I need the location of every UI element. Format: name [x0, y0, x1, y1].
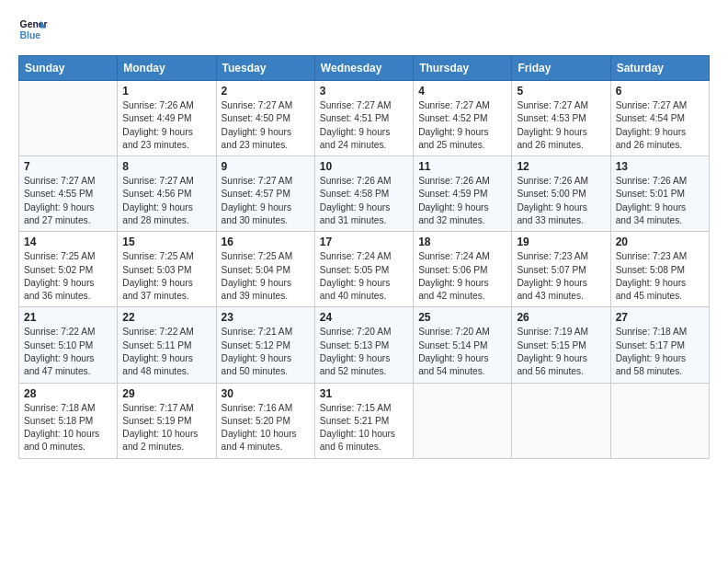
logo: General Blue: [18, 15, 51, 44]
day-info: Sunrise: 7:27 AMSunset: 4:52 PMDaylight:…: [418, 99, 506, 152]
calendar-body: 1Sunrise: 7:26 AMSunset: 4:49 PMDaylight…: [19, 81, 710, 459]
day-number: 11: [418, 160, 506, 173]
day-info: Sunrise: 7:26 AMSunset: 5:00 PMDaylight:…: [517, 175, 605, 227]
day-number: 29: [122, 387, 210, 400]
calendar-cell: 19Sunrise: 7:23 AMSunset: 5:07 PMDayligh…: [512, 232, 610, 307]
day-info: Sunrise: 7:26 AMSunset: 4:49 PMDaylight:…: [122, 99, 210, 152]
week-row-1: 1Sunrise: 7:26 AMSunset: 4:49 PMDaylight…: [19, 81, 710, 156]
calendar-cell: 4Sunrise: 7:27 AMSunset: 4:52 PMDaylight…: [414, 81, 512, 156]
day-number: 7: [24, 160, 112, 173]
day-info: Sunrise: 7:19 AMSunset: 5:15 PMDaylight:…: [517, 326, 605, 378]
week-row-5: 28Sunrise: 7:18 AMSunset: 5:18 PMDayligh…: [19, 383, 710, 458]
day-info: Sunrise: 7:27 AMSunset: 4:55 PMDaylight:…: [24, 175, 112, 227]
calendar-table: SundayMondayTuesdayWednesdayThursdayFrid…: [18, 55, 710, 459]
day-number: 9: [222, 160, 310, 173]
calendar-cell: 12Sunrise: 7:26 AMSunset: 5:00 PMDayligh…: [512, 156, 610, 232]
day-number: 20: [616, 236, 704, 248]
calendar-cell: 6Sunrise: 7:27 AMSunset: 4:54 PMDaylight…: [610, 81, 709, 156]
day-number: 19: [517, 236, 605, 248]
day-info: Sunrise: 7:20 AMSunset: 5:14 PMDaylight:…: [418, 326, 506, 378]
calendar-cell: 17Sunrise: 7:24 AMSunset: 5:05 PMDayligh…: [314, 232, 413, 307]
day-number: 15: [122, 236, 210, 248]
week-row-2: 7Sunrise: 7:27 AMSunset: 4:55 PMDaylight…: [19, 156, 710, 232]
day-number: 13: [616, 160, 704, 173]
day-info: Sunrise: 7:27 AMSunset: 4:53 PMDaylight:…: [517, 99, 605, 152]
day-info: Sunrise: 7:18 AMSunset: 5:18 PMDaylight:…: [24, 402, 112, 454]
weekday-header-monday: Monday: [118, 56, 216, 81]
day-number: 24: [320, 311, 408, 324]
calendar-cell: 15Sunrise: 7:25 AMSunset: 5:03 PMDayligh…: [118, 232, 216, 307]
weekday-header-tuesday: Tuesday: [216, 56, 314, 81]
page-header: General Blue: [18, 15, 710, 44]
svg-text:Blue: Blue: [20, 30, 41, 40]
day-number: 31: [320, 387, 408, 400]
day-number: 23: [222, 311, 310, 324]
logo-icon: General Blue: [18, 15, 48, 44]
calendar-cell: 9Sunrise: 7:27 AMSunset: 4:57 PMDaylight…: [216, 156, 314, 232]
day-info: Sunrise: 7:27 AMSunset: 4:57 PMDaylight:…: [222, 175, 310, 227]
day-number: 3: [320, 85, 408, 98]
calendar-cell: 20Sunrise: 7:23 AMSunset: 5:08 PMDayligh…: [610, 232, 709, 307]
day-number: 22: [122, 311, 210, 324]
calendar-cell: 29Sunrise: 7:17 AMSunset: 5:19 PMDayligh…: [118, 383, 216, 458]
day-info: Sunrise: 7:27 AMSunset: 4:51 PMDaylight:…: [320, 99, 408, 152]
calendar-cell: 31Sunrise: 7:15 AMSunset: 5:21 PMDayligh…: [314, 383, 413, 458]
day-info: Sunrise: 7:26 AMSunset: 4:59 PMDaylight:…: [418, 175, 506, 227]
calendar-cell: 22Sunrise: 7:22 AMSunset: 5:11 PMDayligh…: [118, 307, 216, 383]
day-number: 30: [222, 387, 310, 400]
day-number: 4: [418, 85, 506, 98]
weekday-header-row: SundayMondayTuesdayWednesdayThursdayFrid…: [19, 56, 710, 81]
day-info: Sunrise: 7:25 AMSunset: 5:02 PMDaylight:…: [24, 250, 112, 303]
day-number: 1: [122, 85, 210, 98]
calendar-cell: 27Sunrise: 7:18 AMSunset: 5:17 PMDayligh…: [610, 307, 709, 383]
day-number: 27: [616, 311, 704, 324]
day-info: Sunrise: 7:21 AMSunset: 5:12 PMDaylight:…: [222, 326, 310, 378]
calendar-cell: 13Sunrise: 7:26 AMSunset: 5:01 PMDayligh…: [610, 156, 709, 232]
calendar-cell: 18Sunrise: 7:24 AMSunset: 5:06 PMDayligh…: [414, 232, 512, 307]
day-info: Sunrise: 7:24 AMSunset: 5:06 PMDaylight:…: [418, 250, 506, 303]
calendar-cell: 11Sunrise: 7:26 AMSunset: 4:59 PMDayligh…: [414, 156, 512, 232]
day-info: Sunrise: 7:25 AMSunset: 5:03 PMDaylight:…: [122, 250, 210, 303]
day-number: 21: [24, 311, 112, 324]
day-info: Sunrise: 7:26 AMSunset: 5:01 PMDaylight:…: [616, 175, 704, 227]
calendar-cell: 25Sunrise: 7:20 AMSunset: 5:14 PMDayligh…: [414, 307, 512, 383]
day-info: Sunrise: 7:23 AMSunset: 5:08 PMDaylight:…: [616, 250, 704, 303]
day-info: Sunrise: 7:27 AMSunset: 4:50 PMDaylight:…: [222, 99, 310, 152]
calendar-cell: 3Sunrise: 7:27 AMSunset: 4:51 PMDaylight…: [314, 81, 413, 156]
day-number: 14: [24, 236, 112, 248]
day-number: 26: [517, 311, 605, 324]
day-number: 2: [222, 85, 310, 98]
day-info: Sunrise: 7:27 AMSunset: 4:56 PMDaylight:…: [122, 175, 210, 227]
day-info: Sunrise: 7:25 AMSunset: 5:04 PMDaylight:…: [222, 250, 310, 303]
day-info: Sunrise: 7:15 AMSunset: 5:21 PMDaylight:…: [320, 402, 408, 454]
day-info: Sunrise: 7:16 AMSunset: 5:20 PMDaylight:…: [222, 402, 310, 454]
calendar-cell: [19, 81, 118, 156]
calendar-cell: 8Sunrise: 7:27 AMSunset: 4:56 PMDaylight…: [118, 156, 216, 232]
calendar-cell: 1Sunrise: 7:26 AMSunset: 4:49 PMDaylight…: [118, 81, 216, 156]
day-info: Sunrise: 7:22 AMSunset: 5:11 PMDaylight:…: [122, 326, 210, 378]
day-number: 5: [517, 85, 605, 98]
calendar-cell: 14Sunrise: 7:25 AMSunset: 5:02 PMDayligh…: [19, 232, 118, 307]
weekday-header-sunday: Sunday: [19, 56, 118, 81]
calendar-cell: 5Sunrise: 7:27 AMSunset: 4:53 PMDaylight…: [512, 81, 610, 156]
weekday-header-thursday: Thursday: [414, 56, 512, 81]
calendar-cell: 2Sunrise: 7:27 AMSunset: 4:50 PMDaylight…: [216, 81, 314, 156]
calendar-cell: 24Sunrise: 7:20 AMSunset: 5:13 PMDayligh…: [314, 307, 413, 383]
calendar-cell: 21Sunrise: 7:22 AMSunset: 5:10 PMDayligh…: [19, 307, 118, 383]
day-number: 6: [616, 85, 704, 98]
week-row-3: 14Sunrise: 7:25 AMSunset: 5:02 PMDayligh…: [19, 232, 710, 307]
weekday-header-friday: Friday: [512, 56, 610, 81]
calendar-cell: 10Sunrise: 7:26 AMSunset: 4:58 PMDayligh…: [314, 156, 413, 232]
day-info: Sunrise: 7:20 AMSunset: 5:13 PMDaylight:…: [320, 326, 408, 378]
day-number: 18: [418, 236, 506, 248]
calendar-cell: 23Sunrise: 7:21 AMSunset: 5:12 PMDayligh…: [216, 307, 314, 383]
day-number: 8: [122, 160, 210, 173]
calendar-cell: 28Sunrise: 7:18 AMSunset: 5:18 PMDayligh…: [19, 383, 118, 458]
day-number: 28: [24, 387, 112, 400]
week-row-4: 21Sunrise: 7:22 AMSunset: 5:10 PMDayligh…: [19, 307, 710, 383]
day-info: Sunrise: 7:22 AMSunset: 5:10 PMDaylight:…: [24, 326, 112, 378]
calendar-cell: [512, 383, 610, 458]
calendar-cell: 7Sunrise: 7:27 AMSunset: 4:55 PMDaylight…: [19, 156, 118, 232]
calendar-cell: [610, 383, 709, 458]
calendar-cell: 26Sunrise: 7:19 AMSunset: 5:15 PMDayligh…: [512, 307, 610, 383]
